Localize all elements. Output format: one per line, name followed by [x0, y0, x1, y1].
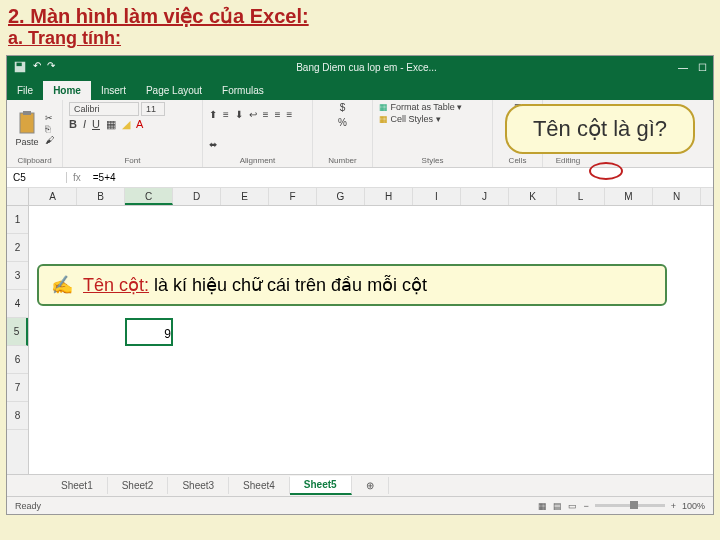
col-header-b[interactable]: B: [77, 188, 125, 205]
font-color-icon[interactable]: A: [136, 118, 143, 131]
slide-title: 2. Màn hình làm việc của Excel:: [8, 4, 712, 28]
row-header-5[interactable]: 5: [7, 318, 28, 346]
underline-button[interactable]: U: [92, 118, 100, 131]
row-header-7[interactable]: 7: [7, 374, 28, 402]
border-icon[interactable]: ▦: [106, 118, 116, 131]
slide-subtitle: a. Trang tính:: [8, 28, 712, 49]
row-header-6[interactable]: 6: [7, 346, 28, 374]
zoom-level[interactable]: 100%: [682, 501, 705, 511]
align-bottom-icon[interactable]: ⬇: [235, 109, 243, 120]
paste-label: Paste: [15, 137, 38, 147]
paste-button[interactable]: Paste: [13, 108, 41, 150]
cut-icon[interactable]: ✂: [45, 113, 54, 123]
col-header-f[interactable]: F: [269, 188, 317, 205]
save-icon[interactable]: [13, 60, 27, 74]
fx-icon[interactable]: fx: [67, 172, 87, 183]
question-callout: Tên cột là gì?: [505, 104, 695, 154]
sheet-tab-4[interactable]: Sheet4: [229, 477, 290, 494]
italic-button[interactable]: I: [83, 118, 86, 131]
align-center-icon[interactable]: ≡: [275, 109, 281, 120]
cell-styles-button[interactable]: ▦ Cell Styles ▾: [379, 114, 441, 124]
tab-formulas[interactable]: Formulas: [212, 81, 274, 100]
cell-value: 9: [127, 320, 175, 348]
group-styles: Styles: [379, 156, 486, 165]
col-header-e[interactable]: E: [221, 188, 269, 205]
select-all-button[interactable]: [7, 188, 28, 206]
view-normal-icon[interactable]: ▦: [538, 501, 547, 511]
align-left-icon[interactable]: ≡: [263, 109, 269, 120]
col-header-h[interactable]: H: [365, 188, 413, 205]
sheet-tabs: Sheet1 Sheet2 Sheet3 Sheet4 Sheet5 ⊕: [7, 474, 713, 496]
bold-button[interactable]: B: [69, 118, 77, 131]
highlight-circle: [589, 162, 623, 180]
redo-icon[interactable]: ↷: [47, 60, 55, 74]
view-break-icon[interactable]: ▭: [568, 501, 577, 511]
row-header-4[interactable]: 4: [7, 290, 28, 318]
col-header-l[interactable]: L: [557, 188, 605, 205]
sheet-area: 1 2 3 4 5 6 7 8 A B C D E F G H I J K L: [7, 188, 713, 478]
percent-icon[interactable]: %: [338, 117, 347, 128]
zoom-slider[interactable]: [595, 504, 665, 507]
row-headers: 1 2 3 4 5 6 7 8: [7, 188, 29, 478]
group-cells: Cells: [499, 156, 536, 165]
document-title: Bang Diem cua lop em - Exce...: [55, 62, 678, 73]
col-header-d[interactable]: D: [173, 188, 221, 205]
tab-home[interactable]: Home: [43, 81, 91, 100]
fill-color-icon[interactable]: ◢: [122, 118, 130, 131]
align-top-icon[interactable]: ⬆: [209, 109, 217, 120]
view-layout-icon[interactable]: ▤: [553, 501, 562, 511]
name-box[interactable]: C5: [7, 172, 67, 183]
align-middle-icon[interactable]: ≡: [223, 109, 229, 120]
answer-callout: ✍ Tên cột: là kí hiệu chữ cái trên đầu m…: [37, 264, 667, 306]
align-right-icon[interactable]: ≡: [287, 109, 293, 120]
svg-rect-2: [20, 113, 34, 133]
undo-icon[interactable]: ↶: [33, 60, 41, 74]
sheet-tab-1[interactable]: Sheet1: [47, 477, 108, 494]
svg-rect-1: [17, 63, 22, 67]
maximize-icon[interactable]: ☐: [698, 62, 707, 73]
currency-icon[interactable]: $: [340, 102, 346, 113]
titlebar: ↶ ↷ Bang Diem cua lop em - Exce... — ☐: [7, 56, 713, 78]
group-editing: Editing: [549, 156, 587, 165]
tab-file[interactable]: File: [7, 81, 43, 100]
hand-write-icon: ✍: [51, 274, 73, 296]
col-header-a[interactable]: A: [29, 188, 77, 205]
row-header-1[interactable]: 1: [7, 206, 28, 234]
row-header-2[interactable]: 2: [7, 234, 28, 262]
group-alignment: Alignment: [209, 156, 306, 165]
zoom-in-button[interactable]: +: [671, 501, 676, 511]
sheet-tab-5[interactable]: Sheet5: [290, 476, 352, 495]
status-bar: Ready ▦ ▤ ▭ − + 100%: [7, 496, 713, 514]
ribbon-tabs: File Home Insert Page Layout Formulas: [7, 78, 713, 100]
zoom-out-button[interactable]: −: [583, 501, 588, 511]
answer-term: Tên cột:: [83, 275, 149, 295]
col-header-k[interactable]: K: [509, 188, 557, 205]
row-header-8[interactable]: 8: [7, 402, 28, 430]
merge-icon[interactable]: ⬌: [209, 139, 217, 150]
col-header-i[interactable]: I: [413, 188, 461, 205]
col-header-c[interactable]: C: [125, 188, 173, 205]
tab-insert[interactable]: Insert: [91, 81, 136, 100]
sheet-tab-2[interactable]: Sheet2: [108, 477, 169, 494]
group-clipboard: Clipboard: [13, 156, 56, 165]
wrap-text-icon[interactable]: ↩: [249, 109, 257, 120]
minimize-icon[interactable]: —: [678, 62, 688, 73]
group-font: Font: [69, 156, 196, 165]
format-as-table-button[interactable]: ▦ Format as Table ▾: [379, 102, 462, 112]
col-header-m[interactable]: M: [605, 188, 653, 205]
col-header-j[interactable]: J: [461, 188, 509, 205]
sheet-tab-3[interactable]: Sheet3: [168, 477, 229, 494]
new-sheet-button[interactable]: ⊕: [352, 477, 389, 494]
group-number: Number: [319, 156, 366, 165]
col-header-n[interactable]: N: [653, 188, 701, 205]
format-painter-icon[interactable]: 🖌: [45, 135, 54, 145]
tab-page-layout[interactable]: Page Layout: [136, 81, 212, 100]
svg-rect-3: [23, 111, 31, 115]
font-name-select[interactable]: Calibri: [69, 102, 139, 116]
copy-icon[interactable]: ⎘: [45, 124, 54, 134]
font-size-select[interactable]: 11: [141, 102, 165, 116]
active-cell[interactable]: 9: [125, 318, 173, 346]
answer-text: là kí hiệu chữ cái trên đầu mỗi cột: [149, 275, 427, 295]
row-header-3[interactable]: 3: [7, 262, 28, 290]
col-header-g[interactable]: G: [317, 188, 365, 205]
